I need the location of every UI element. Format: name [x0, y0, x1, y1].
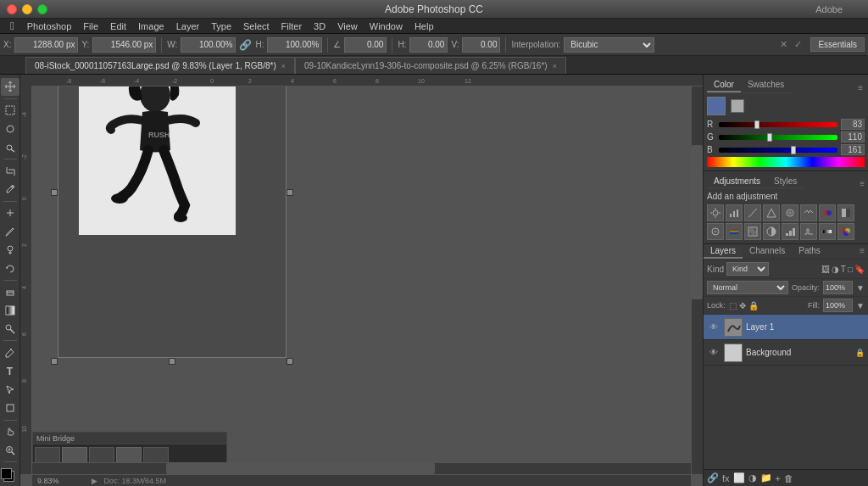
- dodge-tool[interactable]: [1, 321, 19, 338]
- menu-window[interactable]: Window: [364, 19, 409, 34]
- maximize-button[interactable]: [37, 4, 47, 14]
- shape-tool[interactable]: [1, 399, 19, 417]
- scrollbar-v-thumb[interactable]: [692, 145, 703, 300]
- r-thumb[interactable]: [754, 120, 760, 129]
- channels-tab[interactable]: Channels: [743, 244, 792, 259]
- transform-handle-bc[interactable]: [169, 358, 175, 365]
- add-mask-button[interactable]: ⬜: [733, 472, 745, 483]
- bg-visibility[interactable]: 👁: [707, 346, 721, 360]
- clone-stamp-tool[interactable]: [1, 241, 19, 259]
- adj-brightness[interactable]: [707, 204, 724, 221]
- zoom-tool[interactable]: [1, 441, 19, 459]
- h-input[interactable]: [267, 37, 322, 53]
- add-layer-button[interactable]: +: [776, 473, 781, 483]
- gradient-tool[interactable]: [1, 302, 19, 320]
- b-thumb[interactable]: [791, 146, 796, 154]
- menu-image[interactable]: Image: [132, 19, 170, 34]
- menu-file[interactable]: File: [77, 19, 104, 34]
- g-thumb[interactable]: [767, 133, 772, 142]
- crop-tool[interactable]: [1, 162, 19, 180]
- close-button[interactable]: [7, 4, 17, 14]
- eyedropper-tool[interactable]: [1, 181, 19, 198]
- color-swatches[interactable]: [1, 468, 19, 486]
- menu-edit[interactable]: Edit: [104, 19, 132, 34]
- adj-panel-menu[interactable]: ≡: [860, 179, 865, 188]
- adj-invert[interactable]: [763, 223, 780, 240]
- transform-handle-ml[interactable]: [51, 189, 58, 196]
- lock-position-icon[interactable]: ✥: [739, 301, 746, 310]
- pixel-filter-icon[interactable]: 🖼: [821, 265, 830, 274]
- color-tab[interactable]: Color: [707, 78, 741, 92]
- type-filter-icon[interactable]: T: [841, 265, 846, 274]
- eraser-tool[interactable]: [1, 283, 19, 301]
- link-layers-button[interactable]: 🔗: [707, 472, 719, 483]
- interpolation-select[interactable]: Bicubic Nearest Neighbor Bilinear Bicubi…: [564, 37, 654, 53]
- adj-color-lookup[interactable]: [744, 223, 761, 240]
- adj-hsl[interactable]: [800, 204, 817, 221]
- transform-cancel-button[interactable]: ✕: [780, 39, 787, 50]
- tab-2[interactable]: 09-10KandiceLynn19-306-to-composite.psd …: [295, 57, 566, 74]
- adjustments-tab[interactable]: Adjustments: [707, 175, 767, 187]
- fill-settings-icon[interactable]: ▼: [856, 301, 865, 310]
- transform-handle-br[interactable]: [287, 358, 293, 365]
- styles-tab[interactable]: Styles: [767, 175, 804, 187]
- adj-bw[interactable]: [837, 204, 854, 221]
- w-input[interactable]: [181, 37, 236, 53]
- menu-layer[interactable]: Layer: [170, 19, 206, 34]
- adj-vibrance[interactable]: [782, 204, 798, 221]
- vertical-scrollbar[interactable]: [691, 87, 703, 474]
- color-spectrum[interactable]: [707, 157, 865, 167]
- blend-mode-select[interactable]: Normal Dissolve Multiply Screen Overlay: [707, 281, 788, 294]
- r-slider[interactable]: [719, 122, 837, 127]
- add-style-button[interactable]: fx: [722, 473, 730, 483]
- healing-tool[interactable]: [1, 204, 19, 222]
- g-value[interactable]: [841, 131, 865, 142]
- adj-channel-mixer[interactable]: [726, 223, 743, 240]
- paths-tab[interactable]: Paths: [792, 244, 827, 259]
- adj-gradient-map[interactable]: [819, 223, 836, 240]
- adj-selective-color[interactable]: [837, 223, 854, 240]
- layer-1-visibility[interactable]: 👁: [707, 321, 721, 334]
- g-slider[interactable]: [719, 135, 837, 140]
- foreground-color-picker[interactable]: [707, 97, 726, 115]
- canvas-area[interactable]: -8 -6 -4 -2 0 2 4 6 8 10 12 -4 -2 0 2 4 …: [20, 75, 703, 486]
- canvas-content[interactable]: RUSH: [32, 87, 691, 474]
- move-tool[interactable]: [1, 78, 19, 96]
- link-wh-button[interactable]: 🔗: [239, 39, 252, 51]
- adj-posterize[interactable]: [782, 223, 798, 240]
- fill-input[interactable]: [823, 299, 853, 312]
- b-slider[interactable]: [719, 148, 837, 153]
- opacity-settings-icon[interactable]: ▼: [856, 283, 865, 293]
- marquee-tool[interactable]: [1, 102, 19, 120]
- lock-pixels-icon[interactable]: ⬚: [729, 301, 737, 310]
- opacity-input[interactable]: [823, 281, 853, 294]
- menu-help[interactable]: Help: [409, 19, 440, 34]
- scrollbar-h-thumb[interactable]: [166, 463, 434, 474]
- type-tool[interactable]: T: [1, 362, 19, 380]
- quick-select-tool[interactable]: [1, 138, 19, 156]
- adj-color-balance[interactable]: [819, 204, 836, 221]
- menu-type[interactable]: Type: [205, 19, 237, 34]
- menu-3d[interactable]: 3D: [308, 19, 331, 34]
- lasso-tool[interactable]: [1, 120, 19, 138]
- adj-threshold[interactable]: [800, 223, 817, 240]
- shape-filter-icon[interactable]: □: [848, 265, 853, 274]
- menu-view[interactable]: View: [331, 19, 364, 34]
- hskew-input[interactable]: [409, 37, 448, 53]
- lock-all-icon[interactable]: 🔒: [748, 301, 759, 310]
- add-adjustment-button[interactable]: ◑: [748, 472, 757, 483]
- background-color-picker[interactable]: [731, 99, 744, 113]
- history-brush-tool[interactable]: [1, 260, 19, 277]
- b-value[interactable]: [841, 144, 865, 155]
- angle-input[interactable]: [344, 37, 387, 53]
- menu-select[interactable]: Select: [237, 19, 275, 34]
- layers-tab[interactable]: Layers: [704, 244, 743, 259]
- delete-layer-button[interactable]: 🗑: [784, 473, 793, 483]
- add-group-button[interactable]: 📁: [760, 472, 772, 483]
- adj-photo-filter[interactable]: [707, 223, 724, 240]
- layer-item-bg[interactable]: 👁 Background 🔒: [704, 340, 868, 366]
- adj-curves[interactable]: [744, 204, 761, 221]
- tab-1[interactable]: 08-iStock_000011057163Large.psd @ 9.83% …: [25, 57, 295, 74]
- minimize-button[interactable]: [22, 4, 32, 14]
- apple-menu[interactable]: : [3, 19, 21, 34]
